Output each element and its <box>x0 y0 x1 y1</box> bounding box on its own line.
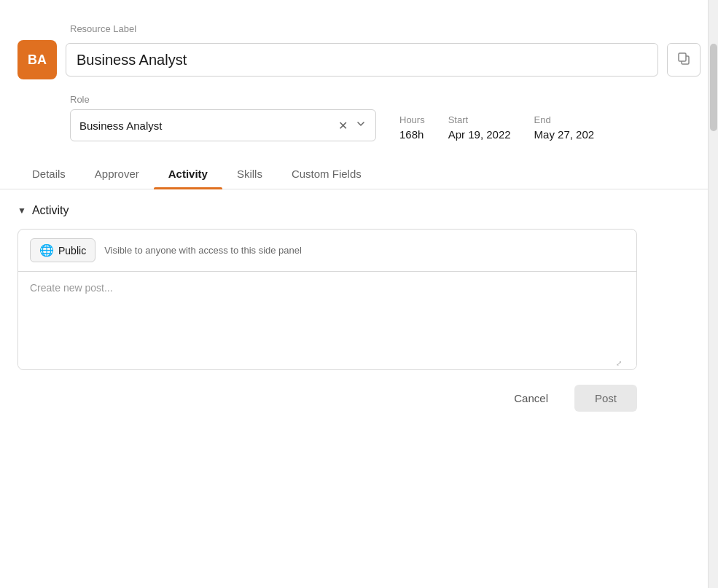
start-value: Apr 19, 2022 <box>448 128 511 141</box>
role-label: Role <box>70 94 376 105</box>
chevron-down-icon[interactable] <box>355 118 367 133</box>
tabs-bar: Details Approver Activity Skills Custom … <box>0 159 718 189</box>
resource-panel: Resource Label BA Role Business Analyst <box>0 0 718 588</box>
resize-handle: ⤢ <box>616 359 623 366</box>
tab-activity[interactable]: Activity <box>154 159 222 189</box>
header-section: Resource Label BA Role Business Analyst <box>0 23 718 141</box>
activity-header: ▼ Activity <box>17 204 701 217</box>
post-textarea[interactable] <box>18 272 636 366</box>
end-value: May 27, 202 <box>534 128 595 141</box>
post-card: 🌐 Public Visible to anyone with access t… <box>17 229 637 370</box>
action-buttons: Cancel Post <box>17 370 637 412</box>
hours-label: Hours <box>399 114 425 125</box>
role-select[interactable]: Business Analyst ✕ <box>70 109 376 141</box>
role-info-row: Role Business Analyst ✕ Hours <box>70 94 701 141</box>
resource-label-text: Resource Label <box>70 23 701 34</box>
end-label: End <box>534 114 595 125</box>
clear-icon[interactable]: ✕ <box>338 119 348 133</box>
copy-icon <box>676 51 691 69</box>
public-button[interactable]: 🌐 Public <box>30 238 95 262</box>
tab-custom-fields[interactable]: Custom Fields <box>277 159 376 189</box>
end-item: End May 27, 202 <box>534 114 595 141</box>
post-button[interactable]: Post <box>574 385 637 412</box>
visibility-text: Visible to anyone with access to this si… <box>104 245 302 256</box>
activity-title: Activity <box>32 204 69 217</box>
resource-label-row: BA <box>17 40 701 79</box>
resource-label-input[interactable] <box>66 43 658 77</box>
scrollbar[interactable] <box>708 0 718 588</box>
role-select-icons: ✕ <box>338 118 367 133</box>
tab-approver[interactable]: Approver <box>80 159 154 189</box>
copy-button[interactable] <box>667 43 701 77</box>
scrollbar-thumb[interactable] <box>710 44 717 131</box>
collapse-arrow-icon[interactable]: ▼ <box>17 205 26 216</box>
cancel-button[interactable]: Cancel <box>496 385 566 412</box>
tab-details[interactable]: Details <box>17 159 80 189</box>
svg-rect-1 <box>679 53 686 61</box>
hours-item: Hours 168h <box>399 114 425 141</box>
tab-skills[interactable]: Skills <box>222 159 277 189</box>
info-section: Hours 168h Start Apr 19, 2022 End May 27… <box>399 94 594 141</box>
start-label: Start <box>448 114 511 125</box>
activity-section: ▼ Activity 🌐 Public Visible to anyone wi… <box>17 189 701 426</box>
hours-value: 168h <box>399 128 425 141</box>
public-label: Public <box>58 245 86 256</box>
globe-icon: 🌐 <box>39 243 54 257</box>
post-card-header: 🌐 Public Visible to anyone with access t… <box>18 230 636 272</box>
role-section: Role Business Analyst ✕ <box>70 94 376 141</box>
content-area: ▼ Activity 🌐 Public Visible to anyone wi… <box>0 189 718 426</box>
avatar: BA <box>17 40 57 79</box>
start-item: Start Apr 19, 2022 <box>448 114 511 141</box>
role-select-value: Business Analyst <box>79 119 162 132</box>
